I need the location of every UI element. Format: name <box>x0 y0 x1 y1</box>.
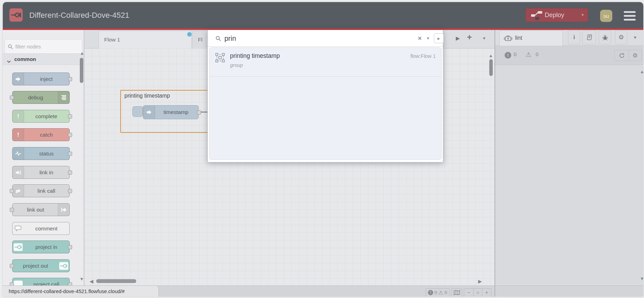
output-port[interactable] <box>68 245 72 249</box>
search-result-item[interactable]: printing timestamp group flow:Flow 1 <box>210 48 441 77</box>
result-type: group <box>230 62 243 68</box>
palette-node-inject[interactable]: inject <box>12 72 70 85</box>
project-in-fork-icon <box>13 241 24 253</box>
inject-trigger-button[interactable] <box>132 106 143 117</box>
map-icon <box>454 290 460 295</box>
search-icon <box>215 36 221 41</box>
lint-error-icon: ! <box>505 52 511 59</box>
lint-kit-icon <box>504 35 512 42</box>
gear-icon: ⚙ <box>632 52 638 59</box>
input-port[interactable] <box>10 189 14 193</box>
sidebar-tab-info[interactable]: i <box>568 30 580 44</box>
comment-bubble-icon <box>13 222 24 235</box>
sidebar-tab-bar: lint i ⚙ ▾ <box>495 30 643 46</box>
catch-bang-icon: ! <box>13 129 24 141</box>
sidebar-menu-chevron-icon[interactable]: ▾ <box>634 30 636 45</box>
output-port[interactable] <box>68 170 72 175</box>
output-port[interactable] <box>68 133 72 137</box>
app-window: Different-Collared-Dove-4521 Deploy ▾ su <box>3 2 643 297</box>
flow-modified-dot <box>187 32 192 37</box>
inject-arrow-icon <box>13 73 24 85</box>
inject-node-timestamp[interactable]: timestamp <box>143 105 199 119</box>
group-label: printing timestamp <box>124 93 170 99</box>
navigator-toggle-button[interactable] <box>452 288 462 297</box>
search-open-button[interactable]: ▸ <box>434 33 444 43</box>
debug-output-icon <box>58 91 69 104</box>
palette-node-comment[interactable]: comment <box>12 222 70 235</box>
search-icon <box>8 44 13 49</box>
main-menu-icon[interactable] <box>624 11 636 21</box>
search-filter-chevron-icon[interactable]: ▾ <box>427 30 429 47</box>
tab-flow-1[interactable]: Flow 1 <box>99 31 192 48</box>
project-out-fork-icon <box>58 260 69 272</box>
search-clear-icon[interactable]: × <box>418 30 422 47</box>
zoom-reset-button[interactable]: ○ <box>473 289 482 297</box>
tab-scroll-right-icon[interactable]: ▶ <box>456 35 460 41</box>
error-count-icon: ! <box>428 290 433 295</box>
palette-filter-input[interactable] <box>15 40 79 53</box>
search-bar: × ▾ ▸ <box>208 30 443 47</box>
user-avatar[interactable]: su <box>600 10 612 22</box>
complete-bang-icon: ! <box>13 110 24 122</box>
group-icon <box>215 53 225 64</box>
palette-filter[interactable] <box>5 39 82 54</box>
add-flow-icon[interactable]: + <box>467 32 472 42</box>
sidebar-tab-lint[interactable]: lint <box>499 30 563 46</box>
sidebar-tab-config[interactable]: ⚙ <box>615 30 627 44</box>
canvas-scroll-up-icon[interactable]: ▲ <box>489 54 493 58</box>
palette-node-project-in[interactable]: project in <box>12 240 70 253</box>
deploy-button[interactable]: Deploy ▾ <box>526 8 588 22</box>
deploy-options-chevron-icon[interactable]: ▾ <box>581 8 584 22</box>
lint-refresh-button[interactable] <box>614 50 629 61</box>
result-flow-ref: flow:Flow 1 <box>410 53 436 59</box>
footer-issues-button[interactable]: ! 0 ⚠ 0 <box>426 288 450 297</box>
search-dialog: × ▾ ▸ printing timestamp group <box>207 30 443 162</box>
sidebar-tab-debug[interactable] <box>599 30 611 44</box>
palette-node-complete[interactable]: ! complete <box>12 110 70 123</box>
flowfuse-logo-icon[interactable] <box>9 8 23 22</box>
sidebar-scroll-down-icon[interactable]: ▼ <box>640 277 643 281</box>
zoom-in-button[interactable]: + <box>482 289 491 297</box>
node-palette: common inject debug <box>3 30 84 285</box>
search-results-list: printing timestamp group flow:Flow 1 <box>209 47 442 160</box>
palette-node-link-out[interactable]: link out <box>12 203 70 216</box>
palette-node-link-call[interactable]: link call <box>12 184 70 197</box>
canvas-scroll-left-icon[interactable]: ◀ <box>90 279 93 283</box>
canvas-hscrollbar-thumb[interactable] <box>96 279 136 283</box>
canvas-scroll-right-icon[interactable]: ▶ <box>478 279 482 283</box>
instance-title: Different-Collared-Dove-4521 <box>29 2 129 29</box>
input-port[interactable] <box>10 208 14 212</box>
palette-node-status[interactable]: status <box>12 147 70 160</box>
zoom-out-button[interactable]: − <box>464 289 473 297</box>
bug-icon <box>602 34 608 41</box>
palette-scrollbar-thumb[interactable] <box>80 58 83 83</box>
output-port[interactable] <box>68 152 72 156</box>
canvas-vscrollbar-thumb[interactable] <box>489 59 493 76</box>
node-output-port[interactable] <box>197 110 201 115</box>
palette-node-debug[interactable]: debug <box>12 91 70 104</box>
tab-menu-chevron-icon[interactable]: ▾ <box>483 36 485 41</box>
palette-node-catch[interactable]: ! catch <box>12 128 70 141</box>
zoom-controls: − ○ + <box>464 288 491 297</box>
input-port[interactable] <box>10 264 14 268</box>
sidebar-tab-label: lint <box>515 31 522 45</box>
lint-results-panel <box>495 65 643 285</box>
warning-icon: ⚠ <box>438 290 443 296</box>
output-port[interactable] <box>68 189 72 193</box>
lint-warning-count: 0 <box>536 51 538 57</box>
input-port[interactable] <box>10 95 14 100</box>
sidebar-tab-help[interactable] <box>582 30 596 44</box>
palette-category-common[interactable]: common <box>3 53 84 65</box>
lint-settings-button[interactable]: ⚙ <box>629 50 642 61</box>
browser-link-preview: https://different-collared-dove-4521.flo… <box>3 285 159 297</box>
deploy-icon <box>531 10 543 22</box>
palette-scroll-down-icon[interactable]: ▼ <box>79 277 84 281</box>
link-in-icon <box>13 166 24 178</box>
palette-node-project-out[interactable]: project out <box>12 259 70 272</box>
sidebar-scroll-up-icon[interactable]: ▲ <box>640 70 643 74</box>
palette-node-link-in[interactable]: link in <box>12 166 70 179</box>
search-input[interactable] <box>224 31 412 45</box>
output-port[interactable] <box>68 114 72 119</box>
link-preview-url: https://different-collared-dove-4521.flo… <box>9 286 125 297</box>
output-port[interactable] <box>68 77 72 81</box>
